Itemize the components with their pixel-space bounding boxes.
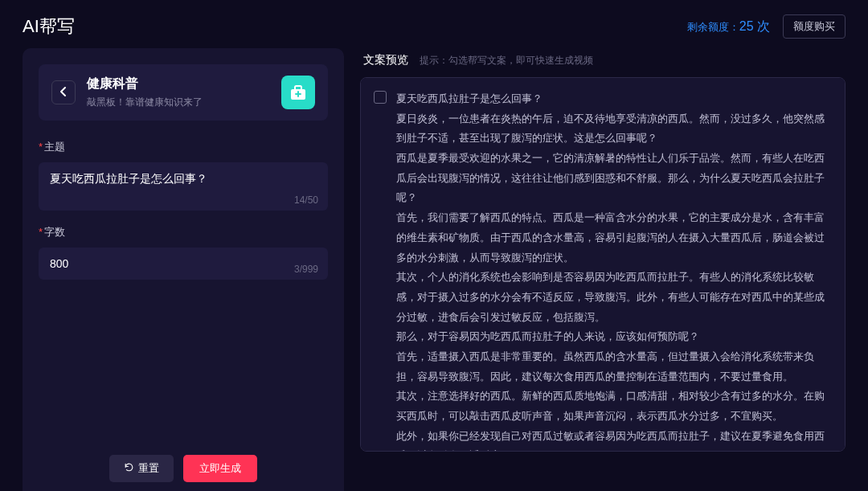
medical-kit-icon [281, 76, 315, 109]
length-input[interactable] [39, 248, 328, 280]
length-char-count: 3/999 [294, 264, 318, 275]
reset-button[interactable]: 重置 [109, 455, 174, 482]
quota-info: 剩余额度：25 次 [687, 18, 770, 35]
quota-label: 剩余额度： [687, 21, 739, 33]
preview-title: 文案预览 [363, 53, 408, 68]
config-panel: 健康科普 敲黑板！靠谱健康知识来了 *主题 夏天吃西瓜拉肚子是怎么回事？ 14/… [23, 48, 344, 491]
topic-char-count: 14/50 [294, 194, 318, 206]
preview-hint: 提示：勾选帮写文案，即可快速生成视频 [420, 54, 593, 68]
back-button[interactable] [51, 80, 76, 104]
preview-content: 夏天吃西瓜拉肚子是怎么回事？ 夏日炎炎，一位患者在炎热的午后，迫不及待地享受清凉… [396, 89, 832, 440]
quota-value: 25 次 [739, 19, 770, 33]
category-subtitle: 敲黑板！靠谱健康知识来了 [87, 96, 270, 109]
topic-label: *主题 [39, 140, 328, 154]
buy-quota-button[interactable]: 额度购买 [783, 14, 845, 39]
svg-rect-1 [295, 86, 301, 90]
category-card: 健康科普 敲黑板！靠谱健康知识来了 [39, 64, 328, 121]
category-title: 健康科普 [87, 76, 270, 92]
chevron-left-icon [59, 86, 68, 100]
app-title: AI帮写 [23, 14, 75, 39]
topic-input[interactable]: 夏天吃西瓜拉肚子是怎么回事？ [39, 162, 328, 207]
generate-button[interactable]: 立即生成 [183, 455, 257, 482]
preview-select-checkbox[interactable] [374, 91, 387, 104]
length-label: *字数 [39, 225, 328, 239]
refresh-icon [124, 462, 134, 475]
preview-panel: 文案预览 提示：勾选帮写文案，即可快速生成视频 夏天吃西瓜拉肚子是怎么回事？ 夏… [360, 48, 845, 491]
